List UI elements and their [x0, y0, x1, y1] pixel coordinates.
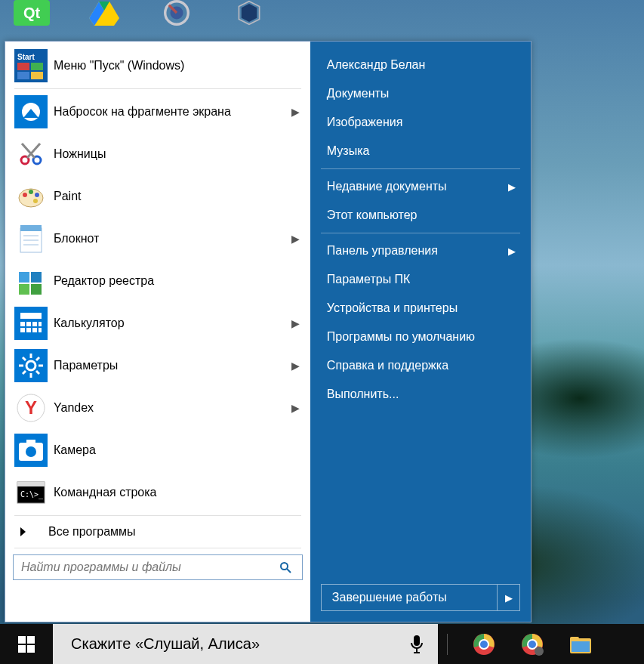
right-item-label: Программы по умолчанию — [327, 330, 516, 344]
chevron-right-icon: ▶ — [291, 360, 300, 372]
right-item-label: Изображения — [327, 116, 516, 129]
left-item-cmd[interactable]: C:\>_Командная строка — [7, 471, 309, 514]
all-programs[interactable]: Все программы — [7, 517, 309, 546]
right-item-pcsettings[interactable]: Параметры ПК — [310, 265, 531, 294]
left-item-regedit[interactable]: Редактор реестра — [7, 260, 309, 302]
left-item-label: Командная строка — [54, 486, 300, 499]
start-menu-left-pane: StartМеню "Пуск" (Windows)Набросок на фр… — [5, 42, 310, 622]
svg-rect-62 — [17, 482, 45, 486]
search-box[interactable] — [13, 554, 303, 580]
separator — [14, 548, 301, 548]
chevron-right-icon: ▶ — [508, 181, 516, 193]
right-item-label: Выполнить... — [327, 388, 516, 401]
svg-point-23 — [29, 190, 33, 194]
regedit-icon — [14, 264, 48, 298]
left-item-label: Ножницы — [54, 147, 300, 161]
svg-rect-11 — [17, 63, 29, 70]
right-item-documents[interactable]: Документы — [310, 79, 531, 108]
right-item-music[interactable]: Музыка — [310, 137, 531, 165]
left-item-label: Paint — [54, 190, 300, 203]
svg-rect-68 — [18, 645, 26, 653]
chevron-right-icon: ▶ — [508, 246, 516, 257]
chevron-right-icon: ▶ — [291, 106, 300, 118]
svg-rect-66 — [18, 636, 26, 644]
right-item-control[interactable]: Панель управления▶ — [310, 236, 531, 265]
left-item-label: Параметры — [54, 359, 291, 372]
calculator-icon — [14, 307, 48, 340]
right-item-label: Недавние документы — [327, 180, 508, 193]
right-item-help[interactable]: Справка и поддержка — [310, 351, 531, 380]
microphone-icon[interactable] — [409, 634, 424, 655]
shutdown-more-button[interactable]: ▶ — [498, 584, 520, 611]
left-item-label: Камера — [54, 443, 300, 457]
svg-line-65 — [287, 569, 291, 573]
svg-rect-27 — [20, 225, 42, 231]
left-item-scissors[interactable]: Ножницы — [7, 133, 309, 175]
camera-icon — [14, 434, 48, 467]
search-input[interactable] — [14, 555, 279, 579]
cmd-icon: C:\>_ — [14, 476, 48, 509]
voice-search-box[interactable]: Скажите «Слушай, Алиса» — [53, 624, 438, 664]
left-item-camera[interactable]: Камера — [7, 429, 309, 471]
scissors-icon — [14, 137, 48, 171]
settings-icon — [14, 349, 48, 382]
taskbar-apps — [438, 624, 605, 664]
svg-rect-39 — [32, 322, 37, 326]
search-icon[interactable] — [279, 561, 302, 573]
desktop-icon-google-drive[interactable] — [83, 0, 125, 26]
right-item-thispc[interactable]: Этот компьютер — [310, 201, 531, 230]
svg-rect-44 — [39, 328, 42, 332]
start-menu-right-pane: Александр БеланДокументыИзображенияМузык… — [310, 42, 531, 622]
start-button[interactable] — [0, 624, 53, 664]
svg-text:Qt: Qt — [23, 5, 41, 21]
svg-rect-43 — [32, 328, 37, 332]
left-item-snip[interactable]: Набросок на фрагменте экрана▶ — [7, 91, 309, 133]
right-item-label: Александр Белан — [327, 58, 516, 72]
separator — [321, 168, 520, 169]
right-item-defaults[interactable]: Программы по умолчанию — [310, 323, 531, 351]
all-programs-label: Все программы — [48, 525, 136, 539]
svg-rect-38 — [26, 322, 31, 326]
shutdown-button[interactable]: Завершение работы — [321, 584, 498, 611]
desktop-icon-virtualbox[interactable] — [228, 0, 270, 26]
separator — [14, 88, 301, 89]
left-item-calculator[interactable]: Калькулятор▶ — [7, 302, 309, 344]
right-item-devices[interactable]: Устройства и принтеры — [310, 294, 531, 323]
svg-point-64 — [281, 563, 288, 570]
right-item-user[interactable]: Александр Белан — [310, 51, 531, 79]
svg-point-24 — [35, 193, 39, 197]
yandex-icon: Y — [14, 391, 48, 425]
left-item-label: Yandex — [54, 401, 291, 415]
taskbar-app-chrome[interactable] — [460, 632, 508, 656]
right-item-label: Документы — [327, 87, 516, 100]
desktop-icon-krita[interactable] — [156, 0, 198, 26]
right-item-recent[interactable]: Недавние документы▶ — [310, 172, 531, 201]
left-item-start-menu[interactable]: StartМеню "Пуск" (Windows) — [7, 45, 309, 87]
svg-rect-69 — [27, 645, 35, 653]
svg-rect-36 — [20, 313, 42, 319]
start-icon: Start — [14, 49, 48, 82]
left-item-label: Редактор реестра — [54, 274, 300, 288]
right-item-label: Устройства и принтеры — [327, 301, 516, 315]
taskbar-app-chrome-canary[interactable] — [508, 632, 556, 656]
right-item-label: Справка и поддержка — [327, 359, 516, 372]
right-item-pictures[interactable]: Изображения — [310, 108, 531, 137]
svg-rect-31 — [19, 272, 29, 283]
left-item-notepad[interactable]: Блокнот▶ — [7, 218, 309, 260]
left-item-yandex[interactable]: YYandex▶ — [7, 387, 309, 429]
right-item-run[interactable]: Выполнить... — [310, 380, 531, 409]
svg-point-25 — [33, 199, 38, 203]
desktop-icon-qt[interactable]: Qt — [11, 0, 53, 26]
taskbar-app-explorer[interactable] — [556, 632, 605, 656]
left-item-label: Набросок на фрагменте экрана — [54, 105, 291, 119]
svg-text:Start: Start — [17, 53, 35, 61]
svg-rect-42 — [26, 328, 31, 332]
left-item-label: Меню "Пуск" (Windows) — [54, 59, 300, 73]
right-item-label: Этот компьютер — [327, 208, 516, 222]
taskbar: Скажите «Слушай, Алиса» — [0, 624, 644, 664]
left-item-label: Блокнот — [54, 232, 291, 246]
left-item-paint[interactable]: Paint — [7, 175, 309, 218]
left-item-settings[interactable]: Параметры▶ — [7, 344, 309, 387]
svg-point-76 — [480, 641, 488, 648]
svg-rect-67 — [27, 636, 35, 644]
